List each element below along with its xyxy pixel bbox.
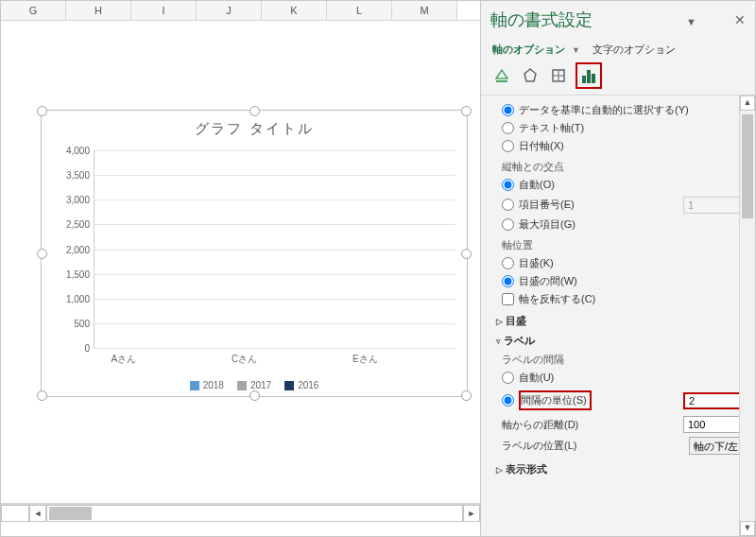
axis-type-text[interactable]: テキスト軸(T) <box>502 119 755 137</box>
horizontal-scrollbar[interactable]: ◄ ► <box>1 504 480 522</box>
scroll-right-icon[interactable]: ► <box>463 505 480 522</box>
y-tick-label: 3,500 <box>52 170 90 181</box>
cross-item-no[interactable]: 項目番号(E) <box>502 196 678 214</box>
resize-handle[interactable] <box>37 249 47 259</box>
resize-handle[interactable] <box>461 390 472 401</box>
cross-max[interactable]: 最大項目(G) <box>502 216 755 234</box>
x-tick-label <box>274 353 335 366</box>
axis-options-icon[interactable] <box>576 62 602 89</box>
col-header[interactable]: G <box>1 1 66 20</box>
y-tick-label: 2,500 <box>52 219 90 230</box>
x-tick-label <box>395 353 455 366</box>
section-numfmt[interactable]: 表示形式 <box>496 462 755 476</box>
resize-handle[interactable] <box>461 249 472 259</box>
resize-handle[interactable] <box>461 106 472 116</box>
format-axis-pane: 軸の書式設定 ▼ ✕ 軸のオプション ▼ 文字のオプション ▲ <box>481 1 755 536</box>
y-tick-label: 3,000 <box>52 195 90 205</box>
axis-type-date[interactable]: 日付軸(X) <box>502 137 755 155</box>
label-spacing-auto[interactable]: 自動(U) <box>502 369 755 387</box>
plot-area[interactable]: 05001,0001,5002,0002,5003,0003,5004,000 <box>94 150 455 349</box>
col-header[interactable]: M <box>392 1 457 20</box>
size-icon[interactable] <box>547 64 570 87</box>
svg-marker-1 <box>524 69 536 81</box>
legend-label: 2017 <box>250 380 271 390</box>
label-spacing-interval[interactable]: 間隔の単位(S) <box>502 389 592 412</box>
col-header[interactable]: H <box>66 1 131 20</box>
section-label[interactable]: ラベル <box>496 334 755 348</box>
tab-text-options[interactable]: 文字のオプション <box>593 43 676 55</box>
axis-type-auto[interactable]: データを基準に自動的に選択する(Y) <box>502 101 755 119</box>
fill-icon[interactable] <box>490 64 513 87</box>
vertical-scrollbar[interactable]: ▲ ▼ <box>739 95 755 536</box>
scroll-thumb[interactable] <box>49 507 92 520</box>
axis-options-panel: ▲ ▼ データを基準に自動的に選択する(Y) テキスト軸(T) 日付軸(X) 縦… <box>481 95 755 536</box>
svg-rect-0 <box>496 80 507 82</box>
y-tick-label: 1,500 <box>52 268 90 279</box>
x-tick-label: Eさん <box>335 353 395 366</box>
y-tick-label: 4,000 <box>52 146 90 156</box>
axis-pos-ontick[interactable]: 目盛(K) <box>502 254 755 272</box>
axis-reverse[interactable]: 軸を反転する(C) <box>502 290 755 308</box>
x-tick-label: Aさん <box>94 353 154 366</box>
column-headers[interactable]: G H I J K L M <box>1 1 480 21</box>
pane-menu-icon[interactable]: ▼ <box>686 16 696 27</box>
chart-legend[interactable]: 2018 2017 2016 <box>42 380 467 390</box>
y-tick-label: 2,000 <box>52 244 90 254</box>
col-header[interactable]: K <box>262 1 327 20</box>
legend-label: 2016 <box>298 380 318 390</box>
scroll-up-icon[interactable]: ▲ <box>740 95 755 111</box>
y-tick-label: 0 <box>52 343 90 354</box>
col-header[interactable]: J <box>197 1 262 20</box>
x-axis-labels: AさんCさんEさん <box>94 353 455 366</box>
x-tick-label <box>154 353 215 366</box>
cross-heading: 縦軸との交点 <box>502 160 755 174</box>
axis-pos-heading: 軸位置 <box>502 238 755 252</box>
chart-title[interactable]: グラフ タイトル <box>42 120 467 138</box>
dropdown-icon[interactable]: ▼ <box>572 45 580 55</box>
scroll-down-icon[interactable]: ▼ <box>740 521 755 536</box>
section-tick[interactable]: 目盛 <box>496 314 755 328</box>
pane-title: 軸の書式設定 <box>481 1 755 39</box>
resize-handle[interactable] <box>37 106 47 116</box>
axis-pos-between[interactable]: 目盛の間(W) <box>502 272 755 290</box>
label-distance: 軸からの距離(D) <box>502 418 678 432</box>
legend-label: 2018 <box>203 380 224 390</box>
resize-handle[interactable] <box>249 106 260 116</box>
col-header[interactable]: L <box>327 1 392 20</box>
col-header[interactable]: I <box>131 1 197 20</box>
resize-handle[interactable] <box>37 390 47 401</box>
close-icon[interactable]: ✕ <box>734 12 746 27</box>
x-tick-label: Cさん <box>215 353 275 366</box>
label-position: ラベルの位置(L) <box>502 439 683 453</box>
resize-handle[interactable] <box>249 390 260 401</box>
spreadsheet-area[interactable]: G H I J K L M グラフ タイトル 050 <box>1 1 481 536</box>
y-tick-label: 500 <box>52 318 90 328</box>
label-spacing-heading: ラベルの間隔 <box>502 353 755 367</box>
cross-auto[interactable]: 自動(O) <box>502 176 755 194</box>
y-tick-label: 1,000 <box>52 293 90 303</box>
chart-object[interactable]: グラフ タイトル 05001,0001,5002,0002,5003,0003,… <box>41 110 468 397</box>
scroll-thumb[interactable] <box>742 114 753 218</box>
tab-axis-options[interactable]: 軸のオプション <box>492 43 565 55</box>
effects-icon[interactable] <box>519 64 541 87</box>
scroll-left-icon[interactable]: ◄ <box>29 505 46 522</box>
